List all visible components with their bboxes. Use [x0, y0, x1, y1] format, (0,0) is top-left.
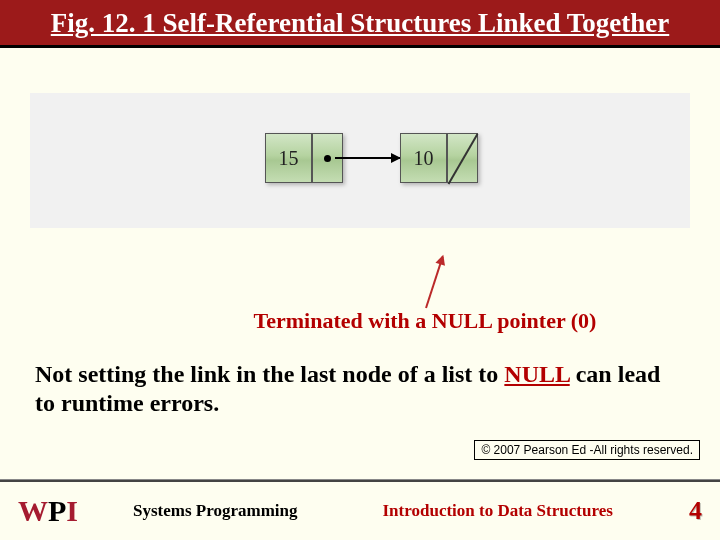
body-pre: Not setting the link in the last node of… — [35, 361, 504, 387]
node-2: 10 — [400, 133, 478, 183]
node-2-data: 10 — [400, 133, 447, 183]
logo-i: I — [66, 494, 78, 528]
wpi-logo: W P I — [18, 494, 78, 528]
node-1-data: 15 — [265, 133, 312, 183]
diagram-area: 15 10 — [30, 93, 690, 228]
body-null: NULL — [504, 361, 569, 387]
page-number: 4 — [689, 496, 702, 526]
footer-left-text: Systems Programming — [133, 501, 297, 521]
annotation-arrow-icon — [425, 256, 444, 308]
footer: W P I Systems Programming Introduction t… — [0, 480, 720, 540]
logo-w: W — [18, 494, 48, 528]
link-arrow-icon — [335, 157, 400, 159]
slide-title: Fig. 12. 1 Self-Referential Structures L… — [10, 8, 710, 39]
annotation-text: Terminated with a NULL pointer (0) — [0, 308, 720, 334]
null-slash-icon — [447, 133, 478, 184]
title-bar: Fig. 12. 1 Self-Referential Structures L… — [0, 0, 720, 48]
node-2-pointer-null — [447, 133, 478, 183]
node-1: 15 — [265, 133, 343, 183]
footer-right-text: Introduction to Data Structures — [383, 501, 613, 521]
pointer-dot-icon — [324, 155, 331, 162]
logo-p: P — [48, 494, 66, 528]
copyright-box: © 2007 Pearson Ed -All rights reserved. — [474, 440, 700, 460]
footer-center: Systems Programming Introduction to Data… — [78, 501, 689, 521]
body-text: Not setting the link in the last node of… — [35, 360, 685, 418]
